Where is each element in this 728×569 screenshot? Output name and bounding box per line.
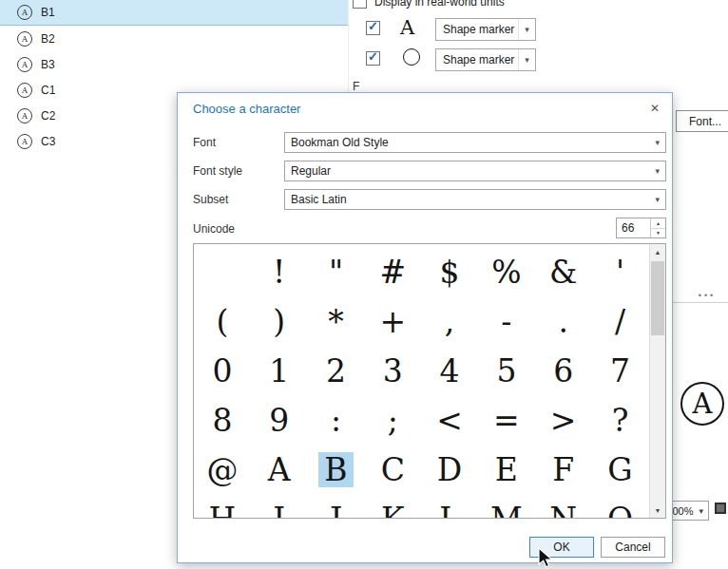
char-cell[interactable]: M <box>478 494 535 519</box>
unicode-input[interactable]: 66 ▲ ▼ <box>616 218 666 238</box>
char-glyph: ? <box>612 405 629 436</box>
list-item-label: B2 <box>41 32 55 46</box>
char-cell[interactable]: 4 <box>421 346 478 395</box>
char-cell-selected[interactable]: B <box>308 445 365 494</box>
shape-marker-dropdown[interactable]: Shape marker ▾ <box>435 18 536 41</box>
char-glyph: = <box>493 405 520 436</box>
char-cell[interactable]: $ <box>421 247 478 296</box>
grid-scrollbar[interactable]: ▲ ▼ <box>649 244 665 518</box>
char-cell[interactable]: ) <box>251 296 308 346</box>
list-item[interactable]: A B1 <box>0 0 348 26</box>
char-cell[interactable]: , <box>421 296 478 346</box>
font-style-select[interactable]: Regular ▾ <box>284 161 666 181</box>
marker-checkbox[interactable]: ✓ <box>366 51 380 66</box>
char-glyph: < <box>436 405 463 436</box>
char-cell[interactable]: . <box>535 296 592 346</box>
marker-checkbox[interactable]: ✓ <box>366 21 380 35</box>
annotation-icon: A <box>17 31 32 47</box>
char-cell[interactable]: & <box>535 247 592 296</box>
scrollbar-thumb[interactable] <box>651 261 664 335</box>
subset-select[interactable]: Basic Latin ▾ <box>284 189 666 210</box>
char-row: 0 1 2 3 4 5 6 7 <box>194 346 649 395</box>
char-cell[interactable]: + <box>364 296 421 346</box>
char-cell[interactable]: ( <box>194 296 251 346</box>
char-cell[interactable]: / <box>592 296 649 346</box>
char-cell[interactable]: 7 <box>592 346 649 395</box>
char-cell[interactable]: G <box>592 445 649 494</box>
unicode-value: 66 <box>617 218 650 237</box>
char-cell[interactable]: H <box>194 494 251 519</box>
annotation-icon: A <box>17 83 32 98</box>
char-cell[interactable]: O <box>592 494 649 519</box>
shape-marker-dropdown[interactable]: Shape marker ▾ <box>435 48 536 71</box>
char-glyph: A <box>268 454 291 485</box>
char-glyph: 1 <box>269 355 289 387</box>
char-cell[interactable]: J <box>308 494 365 519</box>
preview-letter: A <box>693 388 713 420</box>
char-cell[interactable]: K <box>364 494 421 519</box>
list-item-label: B1 <box>41 6 55 19</box>
panel-grip-icon[interactable]: ••• <box>686 291 728 300</box>
char-cell[interactable]: ' <box>592 247 649 296</box>
char-glyph: 4 <box>440 355 460 387</box>
char-cell[interactable]: 6 <box>535 346 592 395</box>
scroll-up-icon[interactable]: ▲ <box>650 244 665 259</box>
char-cell[interactable]: > <box>535 395 592 445</box>
char-cell[interactable]: A <box>251 445 308 494</box>
char-cell[interactable]: D <box>421 445 478 494</box>
char-cell[interactable]: * <box>308 296 365 346</box>
annotation-glyph: A <box>22 34 29 44</box>
chevron-down-icon: ▾ <box>699 506 703 516</box>
spin-up-icon[interactable]: ▲ <box>651 218 665 229</box>
font-select[interactable]: Bookman Old Style ▾ <box>284 132 666 153</box>
display-real-world-checkbox[interactable] <box>353 0 367 9</box>
char-cell[interactable]: 2 <box>308 346 365 395</box>
char-cell[interactable]: " <box>308 247 365 296</box>
char-glyph: 6 <box>553 355 573 387</box>
font-button[interactable]: Font... <box>676 110 728 132</box>
char-cell[interactable]: 8 <box>194 395 251 445</box>
close-button[interactable]: ✕ <box>645 99 664 118</box>
char-cell[interactable]: F <box>535 445 592 494</box>
char-cell[interactable]: ; <box>364 395 421 445</box>
char-glyph: J <box>330 503 342 520</box>
list-item[interactable]: A B3 <box>0 51 348 77</box>
char-cell[interactable]: E <box>478 445 535 494</box>
char-cell[interactable]: # <box>364 247 421 296</box>
char-cell[interactable]: 1 <box>251 346 308 395</box>
char-cell[interactable]: : <box>308 395 365 445</box>
char-cell[interactable]: C <box>364 445 421 494</box>
subset-label: Subset <box>193 193 228 206</box>
char-cell[interactable]: < <box>421 395 478 445</box>
list-item-label: C3 <box>41 135 55 148</box>
char-glyph: C <box>381 454 405 485</box>
char-cell[interactable]: ! <box>251 247 308 296</box>
char-cell[interactable]: @ <box>194 445 251 494</box>
char-glyph: @ <box>206 454 238 485</box>
char-cell[interactable]: - <box>478 296 535 346</box>
clipped-section-label: F <box>353 80 359 93</box>
preview-options-icon[interactable] <box>715 503 726 514</box>
char-cell[interactable]: 3 <box>364 346 421 395</box>
char-cell[interactable]: % <box>478 247 535 296</box>
char-cell[interactable]: ? <box>592 395 649 445</box>
list-item[interactable]: A B2 <box>0 26 348 51</box>
check-icon: ✓ <box>368 49 378 64</box>
cancel-button[interactable]: Cancel <box>601 537 665 558</box>
char-cell[interactable]: 9 <box>251 395 308 445</box>
annotation-icon: A <box>17 5 32 20</box>
char-cell[interactable]: = <box>478 395 535 445</box>
char-cell[interactable]: 5 <box>478 346 535 395</box>
char-row: @ A B C D E F G <box>194 445 649 494</box>
char-glyph: > <box>550 405 577 436</box>
char-cell[interactable]: N <box>535 494 592 519</box>
char-cell[interactable]: L <box>421 494 478 519</box>
font-style-select-value: Regular <box>291 164 331 178</box>
scroll-down-icon[interactable]: ▼ <box>650 503 665 518</box>
char-cell[interactable]: 0 <box>194 346 251 395</box>
char-cell[interactable] <box>194 247 251 296</box>
spin-down-icon[interactable]: ▼ <box>651 229 665 238</box>
char-cell[interactable]: I <box>251 494 308 519</box>
char-glyph: N <box>549 503 577 520</box>
list-item-label: B3 <box>41 58 55 71</box>
